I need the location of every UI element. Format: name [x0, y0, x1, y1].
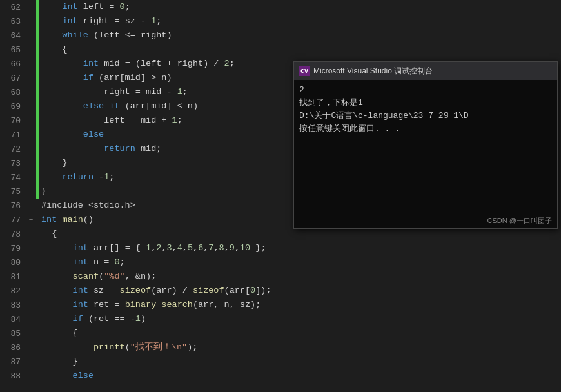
code-content: {	[41, 326, 78, 340]
line-number: 82	[0, 286, 26, 296]
green-bar	[36, 156, 39, 170]
code-content: else	[41, 369, 94, 383]
line-number: 62	[0, 3, 26, 12]
code-content: int n = 0;	[41, 255, 125, 270]
code-line: 87 }	[0, 355, 561, 369]
fold-gutter: −	[26, 32, 36, 39]
code-line: 79 int arr[] = { 1,2,3,4,5,6,7,8,9,10 };	[0, 241, 561, 255]
code-content: int sz = sizeof(arr) / sizeof(arr[0]);	[41, 284, 271, 298]
line-number: 73	[0, 159, 26, 168]
code-line: 85 {	[0, 326, 561, 340]
line-number: 76	[0, 201, 26, 211]
code-content: }	[41, 184, 46, 199]
console-title: Microsoft Visual Studio 调试控制台	[313, 66, 433, 77]
code-line: 62 int left = 0;	[0, 0, 561, 14]
line-number: 71	[0, 130, 26, 140]
code-line: 80 int n = 0;	[0, 255, 561, 270]
code-line: 65 {	[0, 43, 561, 57]
code-line: 63 int right = sz - 1;	[0, 14, 561, 28]
green-bar	[36, 170, 39, 184]
code-content: {	[41, 43, 68, 57]
green-bar	[36, 71, 39, 85]
fold-gutter: −	[26, 216, 36, 224]
code-content: int ret = binary_search(arr, n, sz);	[41, 298, 261, 312]
console-line: D:\关于C语言\c-language\23_7_29_1\D	[299, 110, 552, 122]
code-content: scanf("%d", &n);	[41, 270, 156, 284]
code-content: int main()	[41, 213, 94, 227]
code-content: }	[41, 355, 78, 369]
line-number: 75	[0, 187, 26, 197]
line-number: 88	[0, 371, 26, 381]
code-content: int left = 0;	[41, 0, 130, 14]
line-number: 78	[0, 230, 26, 239]
line-number: 72	[0, 144, 26, 154]
code-content: #include <stdio.h>	[41, 199, 135, 213]
line-number: 81	[0, 272, 26, 282]
console-icon: cv	[299, 66, 310, 76]
code-content: }	[41, 156, 68, 170]
fold-gutter: −	[26, 315, 36, 323]
console-footer: CSDN @一口叫团子	[294, 213, 557, 228]
code-content: int right = sz - 1;	[41, 14, 161, 28]
console-titlebar: cv Microsoft Visual Studio 调试控制台	[294, 62, 557, 80]
console-body: 2找到了，下标是1D:\关于C语言\c-language\23_7_29_1\D…	[294, 80, 557, 213]
green-bar	[36, 57, 39, 71]
code-content: if (ret == -1)	[41, 312, 146, 326]
code-content: else	[41, 128, 104, 142]
code-content: if (arr[mid] > n)	[41, 71, 172, 85]
green-bar	[36, 0, 39, 14]
line-number: 79	[0, 244, 26, 253]
code-content: int arr[] = { 1,2,3,4,5,6,7,8,9,10 };	[41, 241, 266, 255]
green-bar	[36, 184, 39, 199]
console-icon-text: cv	[300, 68, 308, 75]
code-line: 86 printf("找不到！\n");	[0, 340, 561, 355]
code-line: 81 scanf("%d", &n);	[0, 270, 561, 284]
code-line: 64− while (left <= right)	[0, 28, 561, 43]
console-line: 2	[299, 84, 552, 97]
green-bar	[36, 142, 39, 156]
line-number: 80	[0, 258, 26, 268]
code-line: 82 int sz = sizeof(arr) / sizeof(arr[0])…	[0, 284, 561, 298]
code-content: return -1;	[41, 170, 114, 184]
line-number: 83	[0, 300, 26, 310]
line-number: 70	[0, 116, 26, 126]
code-content: {	[41, 227, 57, 241]
code-content: else if (arr[mid] < n)	[41, 99, 198, 113]
green-bar	[36, 28, 39, 43]
line-number: 77	[0, 215, 26, 225]
code-content: printf("找不到！\n");	[41, 340, 197, 355]
line-number: 87	[0, 357, 26, 367]
green-bar	[36, 85, 39, 99]
console-window[interactable]: cv Microsoft Visual Studio 调试控制台 2找到了，下标…	[293, 61, 558, 229]
line-number: 64	[0, 31, 26, 41]
line-number: 86	[0, 343, 26, 353]
code-content: int mid = (left + right) / 2;	[41, 57, 235, 71]
line-number: 67	[0, 74, 26, 83]
green-bar	[36, 43, 39, 57]
code-line: 78 {	[0, 227, 561, 241]
line-number: 69	[0, 102, 26, 112]
line-number: 85	[0, 329, 26, 338]
green-bar	[36, 128, 39, 142]
console-line: 按任意键关闭此窗口. . .	[299, 122, 552, 135]
line-number: 66	[0, 59, 26, 69]
code-content: right = mid - 1;	[41, 85, 188, 99]
green-bar	[36, 99, 39, 113]
line-number: 84	[0, 315, 26, 324]
line-number: 68	[0, 88, 26, 97]
console-line: 找到了，下标是1	[299, 97, 552, 110]
code-line: 88 else	[0, 369, 561, 383]
green-bar	[36, 113, 39, 128]
code-line: 83 int ret = binary_search(arr, n, sz);	[0, 298, 561, 312]
green-bar	[36, 14, 39, 28]
code-content: while (left <= right)	[41, 28, 172, 43]
code-content: left = mid + 1;	[41, 113, 182, 128]
line-number: 74	[0, 173, 26, 182]
line-number: 65	[0, 45, 26, 55]
line-number: 63	[0, 17, 26, 26]
code-content: return mid;	[41, 142, 161, 156]
code-line: 84− if (ret == -1)	[0, 312, 561, 326]
